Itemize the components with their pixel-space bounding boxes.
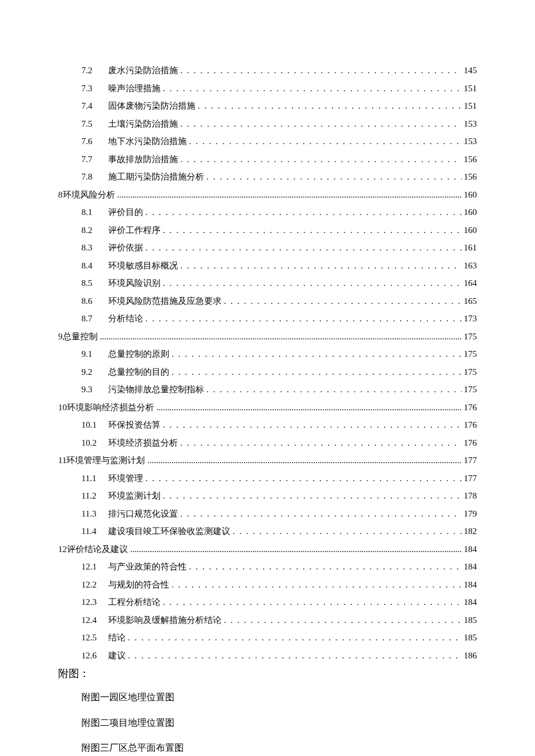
toc-entry: 12.3工程分析结论184	[58, 596, 477, 609]
toc-leader	[180, 507, 462, 521]
toc-leader	[163, 418, 462, 432]
toc-page-number: 156	[462, 170, 477, 184]
toc-leader	[180, 153, 462, 166]
toc-entry: 11.3排污口规范化设置179	[58, 507, 477, 521]
toc-page-number: 182	[462, 525, 477, 538]
toc-title: 评价工作程序	[102, 224, 163, 237]
toc-page-number: 163	[462, 259, 477, 273]
toc-page-number: 177	[462, 472, 477, 485]
toc-entry: 10.2环境经济损益分析176	[58, 436, 477, 450]
toc-title: 评价依据	[102, 241, 145, 255]
toc-page-number: 186	[462, 649, 477, 662]
toc-page-number: 164	[462, 277, 477, 290]
toc-leader	[145, 206, 462, 219]
toc-leader	[117, 188, 462, 202]
toc-entry: 7.5土壤污染防治措施153	[58, 117, 477, 131]
toc-entry: 11.1环境管理177	[58, 472, 477, 485]
toc-title: 环境监测计划	[102, 489, 163, 503]
toc-entry: 12.5结论185	[58, 631, 477, 644]
toc-leader	[145, 472, 462, 485]
toc-title: 土壤污染防治措施	[102, 117, 180, 131]
toc-number: 11.1	[81, 472, 102, 485]
appendix-heading: 附图：	[58, 667, 477, 680]
toc-entry: 8.2评价工作程序160	[58, 224, 477, 237]
toc-page-number: 160	[462, 188, 477, 202]
toc-title: 建设项目竣工环保验收监测建议	[102, 525, 233, 538]
toc-number: 8.7	[81, 312, 102, 325]
toc-number: 10.1	[81, 418, 102, 432]
toc-leader	[180, 117, 462, 131]
toc-entry: 8.5环境风险识别164	[58, 277, 477, 290]
toc-title: 环境管理	[102, 472, 145, 485]
toc-title: 总量控制的原则	[102, 347, 172, 361]
toc-entry: 8 环境风险分析160	[58, 188, 477, 202]
toc-title: 环境影响及缓解措施分析结论	[102, 614, 224, 627]
toc-entry: 12.4环境影响及缓解措施分析结论185	[58, 614, 477, 627]
toc-leader	[172, 578, 462, 592]
toc-page-number: 153	[462, 135, 477, 148]
toc-title: 分析结论	[102, 312, 145, 325]
toc-leader	[147, 454, 461, 467]
toc-leader	[128, 649, 462, 662]
toc-number: 7.4	[81, 99, 102, 113]
toc-number: 8.6	[81, 295, 102, 308]
toc-page-number: 184	[462, 596, 477, 609]
toc-number: 11.3	[81, 507, 102, 521]
toc-entry: 7.3噪声治理措施151	[58, 82, 477, 95]
toc-number: 7.2	[81, 64, 102, 77]
toc-leader	[224, 614, 462, 627]
toc-title: 与产业政策的符合性	[102, 560, 189, 574]
toc-title: 结论	[102, 631, 128, 644]
toc-leader	[156, 401, 462, 414]
toc-number: 12.4	[81, 614, 102, 627]
toc-number: 7.7	[81, 153, 102, 166]
toc-entry: 10.1环保投资估算176	[58, 418, 477, 432]
toc-number: 12.1	[81, 560, 102, 574]
toc-number: 11	[58, 454, 66, 467]
toc-title: 环保投资估算	[102, 418, 163, 432]
toc-entry: 7.6地下水污染防治措施153	[58, 135, 477, 148]
toc-number: 12	[58, 543, 67, 556]
appendix-list: 附图一园区地理位置图附图二项目地理位置图附图三厂区总平面布置图附图四项目所在地周…	[58, 690, 477, 756]
toc-title: 噪声治理措施	[102, 82, 163, 95]
toc-entry: 8.3评价依据161	[58, 241, 477, 255]
toc-page-number: 184	[462, 578, 477, 592]
toc-page-number: 178	[462, 489, 477, 503]
toc-leader	[145, 241, 462, 255]
toc-entry: 8.1评价目的160	[58, 206, 477, 219]
toc-number: 12.3	[81, 596, 102, 609]
toc-page-number: 153	[462, 117, 477, 131]
toc-page-number: 185	[462, 614, 477, 627]
toc-number: 8.4	[81, 259, 102, 273]
toc-leader	[130, 543, 462, 556]
toc-number: 10.2	[81, 436, 102, 450]
toc-leader	[189, 135, 462, 148]
toc-title: 地下水污染防治措施	[102, 135, 189, 148]
toc-leader	[163, 596, 462, 609]
toc-title: 环境影响经济损益分析	[67, 401, 156, 414]
toc-page-number: 175	[462, 330, 477, 343]
toc-title: 环境管理与监测计划	[66, 454, 147, 467]
toc-leader	[163, 489, 462, 503]
toc-number: 8	[58, 188, 63, 202]
toc-page-number: 161	[462, 241, 477, 255]
toc-page-number: 176	[462, 401, 477, 414]
toc-leader	[180, 64, 462, 77]
toc-page-number: 176	[462, 418, 477, 432]
toc-number: 9	[58, 330, 63, 343]
toc-entry: 12.6建议186	[58, 649, 477, 662]
toc-entry: 8.7分析结论173	[58, 312, 477, 325]
toc-leader	[172, 347, 462, 361]
toc-page-number: 184	[462, 560, 477, 574]
toc-entry: 8.6环境风险防范措施及应急要求165	[58, 295, 477, 308]
toc-entry: 8.4环境敏感目标概况163	[58, 259, 477, 273]
toc-leader	[233, 525, 462, 538]
toc-title: 事故排放防治措施	[102, 153, 180, 166]
toc-title: 固体废物污染防治措施	[102, 99, 198, 113]
toc-page-number: 175	[462, 366, 477, 379]
toc-leader	[100, 330, 462, 343]
toc-page-number: 175	[462, 383, 477, 396]
toc-page-number: 151	[462, 82, 477, 95]
toc-page-number: 185	[462, 631, 477, 644]
toc-entry: 12 评价结论及建议184	[58, 543, 477, 556]
